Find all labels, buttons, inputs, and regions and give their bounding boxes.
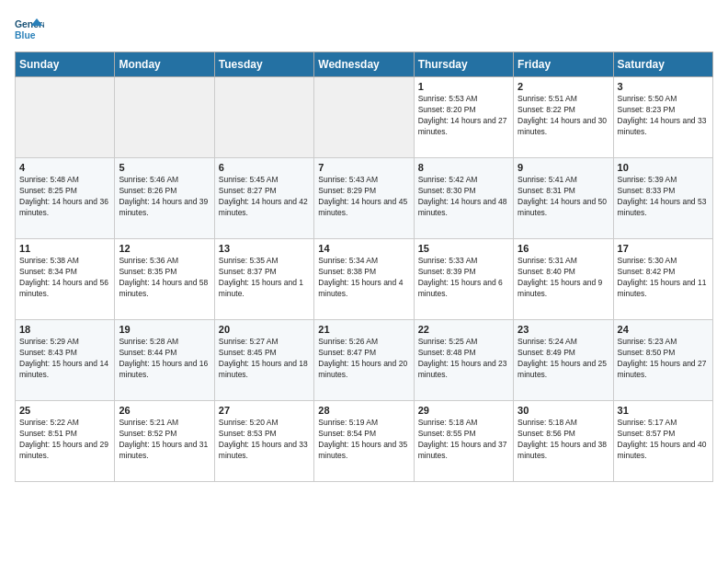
weekday-header-saturday: Saturday: [613, 52, 712, 77]
day-info: Sunrise: 5:24 AMSunset: 8:49 PMDaylight:…: [518, 337, 609, 381]
weekday-header-tuesday: Tuesday: [214, 52, 313, 77]
day-info: Sunrise: 5:33 AMSunset: 8:39 PMDaylight:…: [418, 256, 509, 300]
calendar-cell: [214, 77, 313, 158]
calendar-cell: 1Sunrise: 5:53 AMSunset: 8:20 PMDaylight…: [414, 77, 513, 158]
calendar-cell: 5Sunrise: 5:46 AMSunset: 8:26 PMDaylight…: [115, 158, 214, 239]
day-info: Sunrise: 5:19 AMSunset: 8:54 PMDaylight:…: [318, 418, 409, 462]
calendar-cell: 12Sunrise: 5:36 AMSunset: 8:35 PMDayligh…: [115, 239, 214, 320]
day-info: Sunrise: 5:43 AMSunset: 8:29 PMDaylight:…: [318, 175, 409, 219]
calendar-cell: 20Sunrise: 5:27 AMSunset: 8:45 PMDayligh…: [214, 320, 313, 401]
day-info: Sunrise: 5:28 AMSunset: 8:44 PMDaylight:…: [119, 337, 210, 381]
day-number: 10: [618, 162, 709, 173]
calendar-cell: 2Sunrise: 5:51 AMSunset: 8:22 PMDaylight…: [514, 77, 613, 158]
svg-text:Blue: Blue: [15, 30, 36, 40]
day-number: 24: [618, 324, 709, 335]
day-number: 26: [119, 405, 210, 416]
day-number: 3: [618, 81, 709, 92]
calendar-cell: 11Sunrise: 5:38 AMSunset: 8:34 PMDayligh…: [16, 239, 115, 320]
day-info: Sunrise: 5:27 AMSunset: 8:45 PMDaylight:…: [219, 337, 310, 381]
day-info: Sunrise: 5:22 AMSunset: 8:51 PMDaylight:…: [19, 418, 110, 462]
day-number: 28: [318, 405, 409, 416]
calendar-cell: 18Sunrise: 5:29 AMSunset: 8:43 PMDayligh…: [16, 320, 115, 401]
calendar-cell: 13Sunrise: 5:35 AMSunset: 8:37 PMDayligh…: [214, 239, 313, 320]
calendar-cell: 26Sunrise: 5:21 AMSunset: 8:52 PMDayligh…: [115, 401, 214, 482]
calendar-cell: 22Sunrise: 5:25 AMSunset: 8:48 PMDayligh…: [414, 320, 513, 401]
calendar-cell: 14Sunrise: 5:34 AMSunset: 8:38 PMDayligh…: [314, 239, 414, 320]
day-number: 4: [19, 162, 110, 173]
day-info: Sunrise: 5:30 AMSunset: 8:42 PMDaylight:…: [618, 256, 709, 300]
calendar-cell: 19Sunrise: 5:28 AMSunset: 8:44 PMDayligh…: [115, 320, 214, 401]
day-info: Sunrise: 5:18 AMSunset: 8:55 PMDaylight:…: [418, 418, 509, 462]
calendar-cell: 4Sunrise: 5:48 AMSunset: 8:25 PMDaylight…: [16, 158, 115, 239]
calendar-cell: [314, 77, 414, 158]
calendar-cell: 21Sunrise: 5:26 AMSunset: 8:47 PMDayligh…: [314, 320, 414, 401]
day-number: 29: [418, 405, 509, 416]
day-number: 9: [518, 162, 609, 173]
day-number: 18: [19, 324, 110, 335]
day-info: Sunrise: 5:48 AMSunset: 8:25 PMDaylight:…: [19, 175, 110, 219]
day-info: Sunrise: 5:38 AMSunset: 8:34 PMDaylight:…: [19, 256, 110, 300]
weekday-header-wednesday: Wednesday: [314, 52, 414, 77]
calendar-cell: 6Sunrise: 5:45 AMSunset: 8:27 PMDaylight…: [214, 158, 313, 239]
day-number: 31: [618, 405, 709, 416]
day-info: Sunrise: 5:21 AMSunset: 8:52 PMDaylight:…: [119, 418, 210, 462]
day-number: 5: [119, 162, 210, 173]
day-number: 15: [418, 243, 509, 254]
calendar-cell: 8Sunrise: 5:42 AMSunset: 8:30 PMDaylight…: [414, 158, 513, 239]
calendar-cell: 28Sunrise: 5:19 AMSunset: 8:54 PMDayligh…: [314, 401, 414, 482]
day-number: 6: [219, 162, 310, 173]
calendar-cell: 7Sunrise: 5:43 AMSunset: 8:29 PMDaylight…: [314, 158, 414, 239]
day-info: Sunrise: 5:34 AMSunset: 8:38 PMDaylight:…: [318, 256, 409, 300]
day-number: 21: [318, 324, 409, 335]
day-info: Sunrise: 5:29 AMSunset: 8:43 PMDaylight:…: [19, 337, 110, 381]
weekday-header-thursday: Thursday: [414, 52, 513, 77]
weekday-header-sunday: Sunday: [16, 52, 115, 77]
calendar-cell: 31Sunrise: 5:17 AMSunset: 8:57 PMDayligh…: [613, 401, 712, 482]
calendar-cell: 23Sunrise: 5:24 AMSunset: 8:49 PMDayligh…: [514, 320, 613, 401]
day-number: 12: [119, 243, 210, 254]
day-number: 11: [19, 243, 110, 254]
day-number: 27: [219, 405, 310, 416]
calendar-cell: 16Sunrise: 5:31 AMSunset: 8:40 PMDayligh…: [514, 239, 613, 320]
day-info: Sunrise: 5:39 AMSunset: 8:33 PMDaylight:…: [618, 175, 709, 219]
calendar-cell: 15Sunrise: 5:33 AMSunset: 8:39 PMDayligh…: [414, 239, 513, 320]
day-info: Sunrise: 5:53 AMSunset: 8:20 PMDaylight:…: [418, 94, 509, 138]
day-info: Sunrise: 5:17 AMSunset: 8:57 PMDaylight:…: [618, 418, 709, 462]
calendar-cell: 3Sunrise: 5:50 AMSunset: 8:23 PMDaylight…: [613, 77, 712, 158]
day-info: Sunrise: 5:51 AMSunset: 8:22 PMDaylight:…: [518, 94, 609, 138]
day-number: 25: [19, 405, 110, 416]
weekday-header-friday: Friday: [514, 52, 613, 77]
day-number: 16: [518, 243, 609, 254]
weekday-header-monday: Monday: [115, 52, 214, 77]
day-info: Sunrise: 5:31 AMSunset: 8:40 PMDaylight:…: [518, 256, 609, 300]
day-number: 8: [418, 162, 509, 173]
calendar-cell: 27Sunrise: 5:20 AMSunset: 8:53 PMDayligh…: [214, 401, 313, 482]
calendar-cell: 17Sunrise: 5:30 AMSunset: 8:42 PMDayligh…: [613, 239, 712, 320]
day-info: Sunrise: 5:35 AMSunset: 8:37 PMDaylight:…: [219, 256, 310, 300]
calendar-cell: 24Sunrise: 5:23 AMSunset: 8:50 PMDayligh…: [613, 320, 712, 401]
day-info: Sunrise: 5:41 AMSunset: 8:31 PMDaylight:…: [518, 175, 609, 219]
day-number: 2: [518, 81, 609, 92]
day-info: Sunrise: 5:36 AMSunset: 8:35 PMDaylight:…: [119, 256, 210, 300]
calendar-table: SundayMondayTuesdayWednesdayThursdayFrid…: [15, 52, 713, 482]
day-info: Sunrise: 5:25 AMSunset: 8:48 PMDaylight:…: [418, 337, 509, 381]
day-number: 23: [518, 324, 609, 335]
calendar-cell: 30Sunrise: 5:18 AMSunset: 8:56 PMDayligh…: [514, 401, 613, 482]
logo-icon: General Blue: [15, 15, 44, 44]
day-number: 13: [219, 243, 310, 254]
day-number: 20: [219, 324, 310, 335]
day-number: 14: [318, 243, 409, 254]
logo: General Blue: [15, 15, 44, 44]
calendar-cell: 25Sunrise: 5:22 AMSunset: 8:51 PMDayligh…: [16, 401, 115, 482]
calendar-cell: [115, 77, 214, 158]
day-number: 22: [418, 324, 509, 335]
page-header: General Blue: [15, 15, 713, 44]
day-info: Sunrise: 5:42 AMSunset: 8:30 PMDaylight:…: [418, 175, 509, 219]
day-info: Sunrise: 5:20 AMSunset: 8:53 PMDaylight:…: [219, 418, 310, 462]
day-number: 17: [618, 243, 709, 254]
day-number: 30: [518, 405, 609, 416]
day-info: Sunrise: 5:45 AMSunset: 8:27 PMDaylight:…: [219, 175, 310, 219]
calendar-cell: [16, 77, 115, 158]
day-number: 7: [318, 162, 409, 173]
day-info: Sunrise: 5:18 AMSunset: 8:56 PMDaylight:…: [518, 418, 609, 462]
